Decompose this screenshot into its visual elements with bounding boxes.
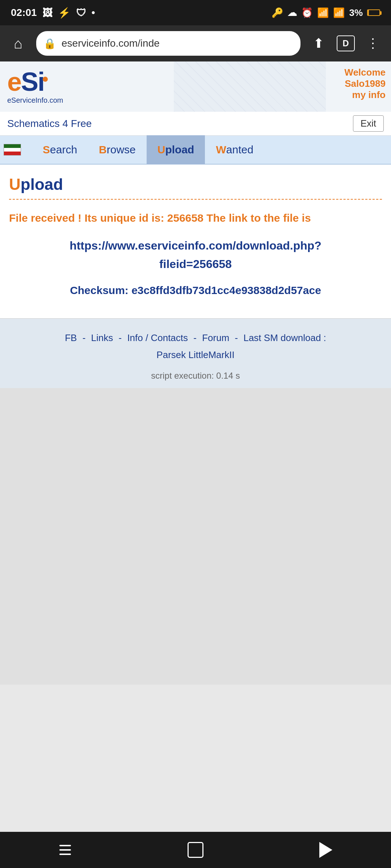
checksum-label: Checksum: — [70, 284, 129, 296]
shield-icon: 🛡 — [76, 7, 86, 19]
url-text: eserviceinfo.com/inde — [62, 38, 293, 49]
page-title: Upload — [9, 175, 382, 200]
logo-area: eSi eServiceInfo.com — [7, 69, 63, 105]
recent-apps-button[interactable] — [43, 845, 87, 855]
site-footer: FB - Links - Info / Contacts - Forum - L… — [0, 318, 391, 388]
home-nav-icon — [188, 842, 203, 858]
file-url-line2[interactable]: fileid=256658 — [9, 255, 382, 273]
exit-button[interactable]: Exit — [353, 115, 384, 132]
page-title-rest: pload — [21, 175, 63, 193]
site-header: eSi eServiceInfo.com Welcome Salo1989 my… — [0, 61, 391, 112]
recent-apps-icon — [59, 845, 71, 855]
footer-sep-2: - — [118, 332, 122, 343]
bottom-nav-bar — [0, 832, 391, 868]
battery-saver-icon: ⚡ — [58, 7, 71, 19]
status-bar: 02:01 🖼 ⚡ 🛡 • 🔑 ☁ ⏰ 📶 📶 3% — [0, 0, 391, 25]
success-message: File received ! Its unique id is: 256658… — [9, 210, 382, 226]
logo-dot — [43, 77, 48, 82]
schematics-label: Schematics 4 Free — [7, 118, 92, 129]
logo-i: i — [38, 67, 44, 96]
nav-line-1 — [59, 845, 71, 846]
nav-bar: Search Browse Upload Wanted — [0, 136, 391, 165]
nav-browse[interactable]: Browse — [88, 135, 147, 164]
photo-icon: 🖼 — [42, 7, 52, 19]
nav-line-3 — [59, 854, 71, 855]
nav-links: Search Browse Upload Wanted — [28, 135, 387, 164]
browser-actions: ⬆ D ⋮ — [308, 35, 384, 51]
logo-text: eSi — [7, 67, 48, 96]
username: Salo1989 — [344, 78, 386, 89]
script-time: script execution: 0.14 s — [7, 371, 384, 381]
header-bottom-row: Schematics 4 Free Exit — [0, 112, 391, 136]
dot-indicator: • — [92, 7, 95, 18]
wifi-icon: 📶 — [317, 7, 329, 18]
time-display: 02:01 — [11, 7, 37, 18]
nav-search[interactable]: Search — [32, 135, 88, 164]
nav-upload-first: U — [157, 144, 165, 156]
logo-s: S — [21, 67, 38, 96]
below-fold — [0, 388, 391, 685]
footer-sep-3: - — [193, 332, 197, 343]
signal-icon: 📶 — [333, 7, 345, 18]
home-nav-button[interactable] — [174, 842, 217, 858]
url-bar[interactable]: 🔒 eserviceinfo.com/inde — [36, 31, 300, 56]
footer-links-link[interactable]: Links — [91, 332, 113, 343]
nav-wanted-rest: anted — [226, 144, 253, 156]
nav-upload[interactable]: Upload — [147, 135, 205, 164]
file-url-line1[interactable]: https://www.eserviceinfo.com/download.ph… — [9, 237, 382, 255]
checksum-line: Checksum: e3c8ffd3dfb73d1cc4e93838d2d57a… — [9, 284, 382, 297]
page-title-first: U — [9, 175, 21, 193]
nav-wanted-first: W — [216, 144, 226, 156]
header-bg — [174, 61, 326, 112]
flag-bulgaria — [4, 144, 21, 156]
nav-browse-first: B — [99, 144, 107, 156]
footer-forum[interactable]: Forum — [202, 332, 229, 343]
tab-counter[interactable]: D — [337, 35, 355, 51]
share-button[interactable]: ⬆ — [308, 36, 329, 51]
alarm-icon: ⏰ — [301, 7, 313, 18]
back-nav-button[interactable] — [304, 842, 348, 858]
footer-links: FB - Links - Info / Contacts - Forum - L… — [7, 329, 384, 363]
nav-browse-rest: rowse — [107, 144, 136, 156]
battery-icon — [367, 9, 380, 16]
nav-line-2 — [59, 849, 71, 851]
welcome-text: Welcome — [344, 67, 386, 78]
status-right: 🔑 ☁ ⏰ 📶 📶 3% — [272, 7, 380, 18]
nav-wanted[interactable]: Wanted — [205, 135, 264, 164]
cloud-icon: ☁ — [287, 7, 297, 18]
back-nav-icon — [319, 842, 332, 858]
footer-last-download-value[interactable]: Parsek LittleMarkII — [156, 349, 234, 360]
footer-sep-1: - — [83, 332, 86, 343]
browser-bar: ⌂ 🔒 eserviceinfo.com/inde ⬆ D ⋮ — [0, 25, 391, 61]
logo-tagline: eServiceInfo.com — [7, 96, 63, 105]
footer-fb[interactable]: FB — [65, 332, 77, 343]
checksum-value: e3c8ffd3dfb73d1cc4e93838d2d57ace — [131, 284, 321, 296]
menu-button[interactable]: ⋮ — [362, 36, 384, 51]
key-icon: 🔑 — [272, 7, 283, 18]
nav-search-rest: earch — [50, 144, 77, 156]
footer-last-download-label: Last SM download : — [243, 332, 326, 343]
status-left: 02:01 🖼 ⚡ 🛡 • — [11, 7, 95, 19]
website-content: eSi eServiceInfo.com Welcome Salo1989 my… — [0, 61, 391, 388]
footer-sep-4: - — [235, 332, 238, 343]
page-content: Upload File received ! Its unique id is:… — [0, 165, 391, 318]
welcome-area: Welcome Salo1989 my info — [344, 67, 386, 101]
battery-percent: 3% — [349, 7, 363, 18]
nav-search-first: S — [43, 144, 50, 156]
footer-info-contacts[interactable]: Info / Contacts — [127, 332, 188, 343]
lock-icon: 🔒 — [43, 38, 56, 50]
file-link-area: https://www.eserviceinfo.com/download.ph… — [9, 237, 382, 273]
home-button[interactable]: ⌂ — [7, 35, 29, 52]
logo: eSi — [7, 69, 63, 95]
logo-e: e — [7, 67, 21, 96]
nav-upload-rest: pload — [165, 144, 194, 156]
my-info-link[interactable]: my info — [344, 89, 386, 101]
